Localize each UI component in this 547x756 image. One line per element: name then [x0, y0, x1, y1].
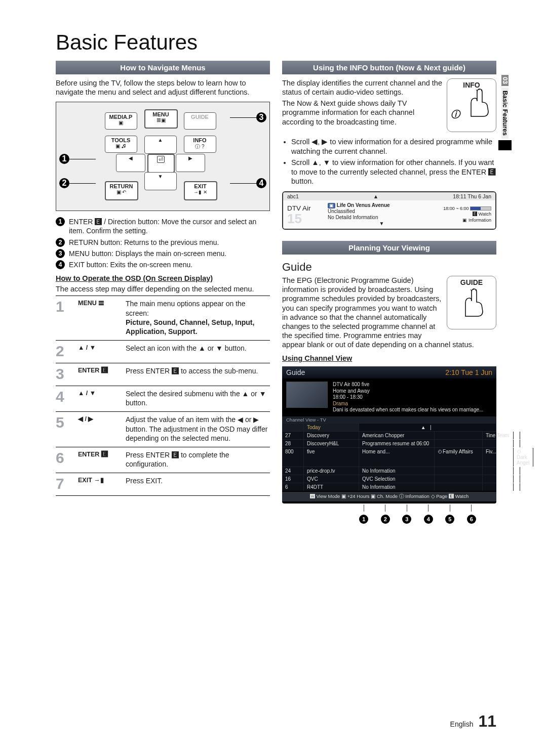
page-title: Basic Features: [56, 30, 496, 55]
gs-row: 28DiscoveryH&LProgrammes resume at 06:00: [282, 439, 496, 447]
btn-info: INFOⓘ ?: [184, 136, 216, 153]
lead-4: [230, 183, 256, 184]
lead-2: [69, 183, 96, 184]
section-info-button: Using the INFO button (Now & Next guide): [282, 61, 496, 74]
numitem-1: 1ENTER 🅴 / Direction button: Move the cu…: [56, 217, 270, 235]
numitem-3: 3MENU button: Displays the main on-scree…: [56, 249, 270, 258]
gs-dot-2: 2: [381, 515, 390, 524]
step-7: 7 EXIT →▮ Press EXIT.: [56, 473, 270, 496]
osd-sub: The access step may differ depending on …: [56, 284, 270, 293]
side-tab: 03 Basic Features: [498, 75, 512, 152]
guide-heading: Guide: [282, 261, 496, 274]
step-3: 3 ENTER 🅴 Press ENTER 🅴 to access the su…: [56, 363, 270, 386]
btn-up: ▲: [144, 136, 177, 154]
btn-right: ▶: [176, 154, 205, 172]
nn-prog: Life On Venus Avenue: [337, 202, 390, 208]
nn-line3: No Detaild Information: [328, 215, 378, 220]
callout-1: 1: [59, 154, 69, 164]
lead-1: [69, 159, 96, 159]
gs-dot-1: 1: [359, 515, 368, 524]
svg-line-1: [476, 90, 477, 91]
btn-exit: EXIT→▮ ✕: [184, 181, 217, 200]
gs-f4: Drama: [333, 401, 483, 407]
gs-row: 16QVCQVC Selection: [282, 475, 496, 483]
nn-time: 18:00 ~ 6:00: [443, 206, 468, 211]
btn-mediap: MEDIA.P▣: [105, 112, 137, 130]
gs-f3: 18:00 - 18:30: [333, 394, 483, 401]
side-tab-text: Basic Features: [501, 88, 509, 139]
gs-dot-5: 5: [445, 515, 454, 524]
gs-dot-3: 3: [402, 515, 411, 524]
gs-row: 27DiscoveryAmerican ChopperTine Team: [282, 431, 496, 439]
step-4: 4 ▲ / ▼ Select the desired submenu with …: [56, 386, 270, 411]
using-channel-view: Using Channel View: [282, 354, 496, 362]
gs-row: 800fiveHome and...⏲Family AffairsFiv...⏲…: [282, 447, 496, 467]
gs-f1: DTV Air 800 five: [333, 382, 483, 388]
guide-screenshot: Guide 2:10 Tue 1 Jun DTV Air 800 five Ho…: [282, 366, 496, 503]
step-6: 6 ENTER 🅴 Press ENTER 🅴 to complete the …: [56, 447, 270, 473]
side-tab-num: 03: [501, 75, 509, 86]
footer-page-num: 11: [478, 712, 496, 730]
info-bullet-2: Scroll ▲, ▼ to view information for othe…: [291, 158, 496, 187]
osd-steps: 1 MENU 𝌆 The main menu options appear on…: [56, 296, 270, 496]
nn-ch-num: 15: [287, 212, 323, 225]
callout-2: 2: [59, 178, 69, 188]
btn-left: ◀: [116, 154, 145, 172]
footer-lang: English: [450, 720, 474, 728]
callout-4: 4: [256, 178, 266, 188]
step-2: 2 ▲ / ▼ Select an icon with the ▲ or ▼ b…: [56, 340, 270, 363]
gs-f2: Home and Away: [333, 388, 483, 395]
gs-today: Today: [304, 424, 359, 431]
side-tab-marker: [498, 140, 512, 150]
osd-head: How to Operate the OSD (On Screen Displa…: [56, 274, 270, 282]
step-5: 5 ◀ / ▶ Adjust the value of an item with…: [56, 411, 270, 447]
gs-f5: Dani is devastated when scott makes clea…: [333, 407, 483, 413]
section-planning: Planning Your Viewing: [282, 241, 496, 255]
nav-intro: Before using the TV, follow the steps be…: [56, 78, 270, 97]
btn-return: RETURN▣ ↶: [105, 181, 138, 200]
info-bullet-1: Scroll ◀, ▶ to view information for a de…: [291, 137, 496, 156]
lead-3: [230, 117, 256, 118]
step-1: 1 MENU 𝌆 The main menu options appear on…: [56, 296, 270, 340]
btn-enter: ⏎: [147, 154, 175, 173]
gs-thumbnail: [286, 382, 328, 408]
info-button-illustration: INFOⓘ: [447, 78, 496, 132]
btn-menu: MENU𝌆▣: [144, 109, 178, 129]
now-next-display: abc1 ▲ 18:11 Thu 6 Jan DTV Air 15 ▣ Life…: [282, 191, 496, 230]
nn-datetime: 18:11 Thu 6 Jan: [453, 193, 491, 199]
callout-3: 3: [256, 112, 266, 122]
gs-title: Guide: [286, 368, 305, 376]
btn-down: ▼: [144, 172, 177, 190]
nn-information: Information: [468, 218, 491, 223]
btn-tools: TOOLS▣ 🎜: [105, 136, 137, 153]
gs-datetime: 2:10 Tue 1 Jun: [445, 368, 492, 376]
numitem-4: 4EXIT button: Exits the on-screen menu.: [56, 260, 270, 269]
gs-dot-4: 4: [424, 515, 433, 524]
section-how-to-navigate: How to Navigate Menus: [56, 61, 270, 74]
gs-subhdr: Channel View - TV: [286, 417, 326, 423]
remote-diagram: 1 2 3 4 MEDIA.P▣ MENU𝌆▣ GUIDE TOOLS▣ 🎜 I…: [56, 102, 270, 211]
btn-guide: GUIDE: [184, 112, 216, 130]
svg-line-4: [471, 289, 472, 291]
nn-ch-name: abc1: [287, 193, 299, 199]
numitem-2: 2RETURN button: Returns to the previous …: [56, 238, 270, 247]
gs-row: 24price-drop.tvNo Information: [282, 467, 496, 475]
gs-row: 6R4DTTNo Information: [282, 483, 496, 491]
nn-line2: Unclassified: [328, 208, 355, 214]
page-footer: English 11: [450, 712, 496, 731]
nn-watch: Watch: [479, 212, 491, 217]
guide-button-illustration: GUIDE: [447, 276, 496, 329]
gs-dot-6: 6: [467, 515, 476, 524]
gs-legend: 🅰 View Mode ▣ +24 Hours ▣ Ch. Mode ⓘ Inf…: [282, 492, 496, 501]
